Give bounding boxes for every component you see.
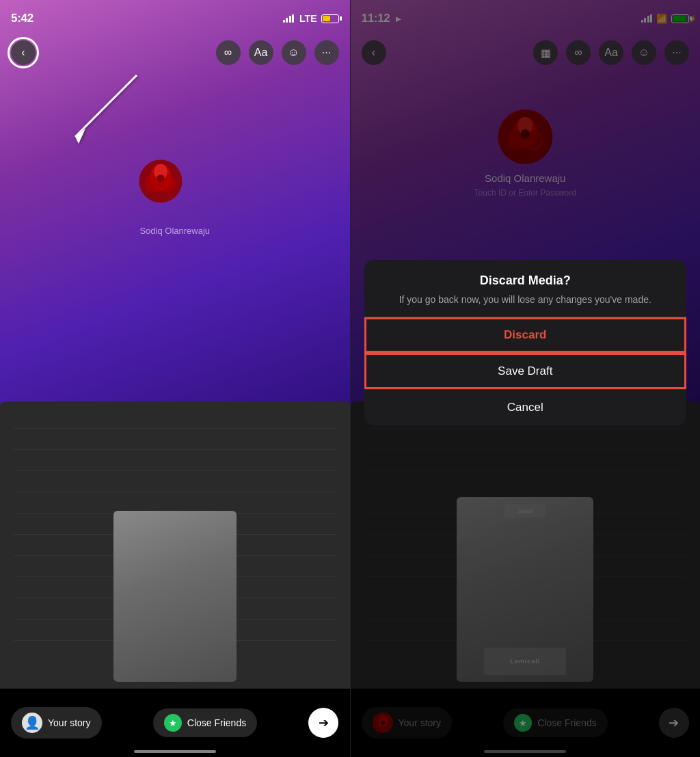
save-draft-button[interactable]: Save Draft [364, 353, 687, 389]
sticker-button[interactable]: ☺ [282, 40, 306, 65]
close-friends-label: Close Friends [187, 717, 246, 728]
more-button[interactable]: ··· [314, 40, 339, 65]
left-bottom-bar: 👤 Your story ★ Close Friends ➔ [0, 689, 350, 757]
modal-actions: Discard Save Draft Cancel [364, 317, 687, 425]
sticker-icon: ☺ [288, 47, 299, 59]
right-phone-panel: Lamicall Stand Sodiq Olanrewaju Touch ID… [351, 0, 701, 757]
left-status-bar: 5:42 LTE [0, 0, 350, 30]
send-icon: ➔ [319, 715, 329, 730]
left-signal-icon [283, 14, 295, 23]
svg-line-0 [75, 75, 137, 137]
screen-username: Sodiq Olanrewaju [139, 226, 210, 236]
left-phone-panel: 5:42 LTE ‹ ∞ Aa ☺ ··· [0, 0, 350, 757]
discard-modal: Discard Media? If you go back now, you w… [364, 260, 687, 425]
back-icon: ‹ [21, 47, 25, 59]
left-battery-fill [323, 16, 330, 21]
infinity-button[interactable]: ∞ [216, 40, 241, 65]
modal-title: Discard Media? [375, 274, 676, 288]
text-icon: Aa [254, 47, 268, 59]
left-time: 5:42 [11, 12, 33, 25]
left-toolbar: ‹ ∞ Aa ☺ ··· [0, 36, 350, 70]
left-lte-label: LTE [299, 13, 317, 24]
modal-title-section: Discard Media? If you go back now, you w… [364, 260, 687, 317]
infinity-icon: ∞ [224, 47, 232, 59]
back-button[interactable]: ‹ [11, 40, 36, 65]
send-button[interactable]: ➔ [308, 708, 338, 738]
left-battery-icon [321, 14, 339, 23]
cancel-button[interactable]: Cancel [364, 389, 687, 425]
more-icon: ··· [322, 47, 331, 59]
close-friends-button[interactable]: ★ Close Friends [153, 708, 257, 737]
modal-subtitle: If you go back now, you will lose any ch… [375, 293, 676, 307]
arrow-annotation [62, 68, 144, 160]
toolbar-right-buttons: ∞ Aa ☺ ··· [216, 40, 339, 65]
story-avatar: 👤 [22, 713, 42, 733]
your-story-button[interactable]: 👤 Your story [11, 707, 102, 739]
discard-button[interactable]: Discard [364, 317, 687, 353]
left-status-icons: LTE [283, 13, 339, 24]
svg-point-7 [157, 174, 164, 182]
text-button[interactable]: Aa [249, 40, 273, 65]
close-friends-star-icon: ★ [164, 714, 182, 732]
left-home-indicator [134, 750, 216, 753]
laptop-stand [113, 511, 237, 682]
rose-sticker [137, 157, 185, 205]
your-story-label: Your story [48, 717, 91, 728]
